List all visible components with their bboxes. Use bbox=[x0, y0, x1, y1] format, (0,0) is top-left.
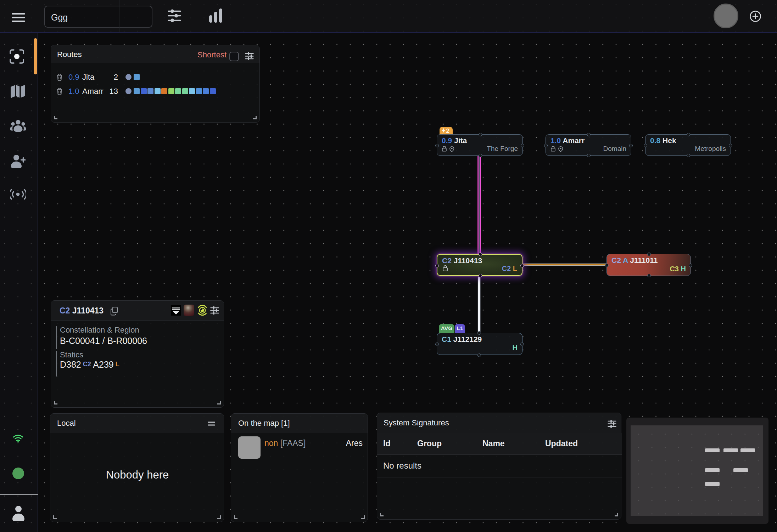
svg-text:2: 2 bbox=[446, 128, 449, 134]
